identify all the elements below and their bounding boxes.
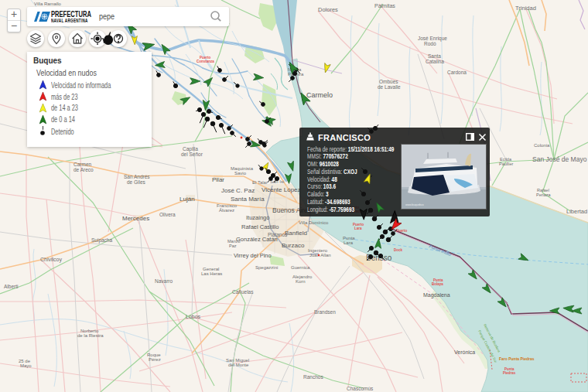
svg-text:www.buquebus: www.buquebus <box>405 203 424 206</box>
